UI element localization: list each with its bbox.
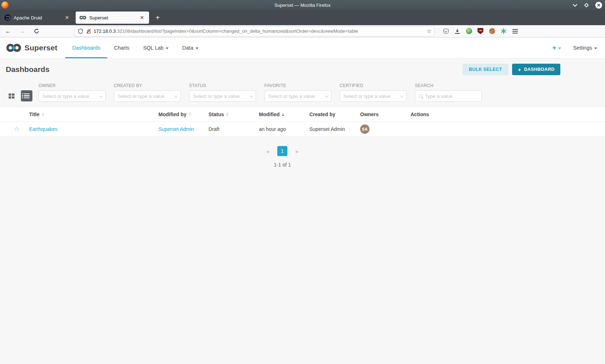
dashboard-title-link[interactable]: Earthquakes (29, 126, 158, 132)
list-view-icon (24, 94, 30, 99)
sort-icon (189, 113, 191, 116)
column-header-created-by: Created by (309, 112, 360, 117)
asterisk-extension-icon (501, 28, 507, 34)
superset-brand[interactable]: Superset (6, 37, 57, 58)
minimize-icon (573, 2, 577, 7)
reload-button[interactable] (30, 28, 43, 35)
filter-label: OWNER (39, 83, 106, 88)
chevron-down-icon (250, 94, 253, 97)
header-label: Created by (309, 112, 335, 117)
insecure-lock-icon[interactable] (86, 28, 91, 34)
maximize-icon (584, 3, 589, 8)
menu-button[interactable] (512, 28, 518, 35)
chevron-down-icon (196, 47, 198, 49)
filter-owner: OWNER (39, 83, 106, 102)
column-header-modified-by[interactable]: Modified by (158, 112, 209, 117)
window-close-button[interactable]: ✕ (595, 2, 602, 9)
created-by-select[interactable] (114, 90, 181, 102)
card-view-icon (9, 94, 14, 99)
owner-select[interactable] (39, 90, 106, 102)
filter-created-by: CREATED BY (114, 83, 181, 102)
view-mode-toggles (6, 90, 32, 101)
filter-search: SEARCH (415, 83, 482, 102)
tab-close-icon[interactable]: ✕ (63, 15, 71, 21)
extension-privacy-button[interactable] (466, 28, 472, 35)
filter-label: CREATED BY (114, 83, 181, 88)
status-select[interactable] (189, 90, 256, 102)
page-1-button[interactable]: 1 (277, 146, 287, 156)
download-icon (454, 28, 460, 34)
settings-label: Settings (573, 45, 592, 51)
modified-by-link[interactable]: Superset Admin (158, 126, 209, 132)
owners-cell: SA (360, 124, 411, 134)
owner-avatar[interactable]: SA (360, 124, 369, 134)
chevron-down-icon (166, 47, 169, 49)
search-box[interactable] (415, 90, 482, 102)
ublock-button[interactable]: UD (477, 28, 484, 35)
filter-label: SEARCH (415, 83, 482, 88)
next-page-button[interactable]: » (295, 148, 298, 154)
url-path: :32108/dashboard/list/?pageIndex=0&sortC… (116, 28, 358, 34)
nav-charts[interactable]: Charts (107, 37, 136, 58)
favorite-select[interactable] (264, 90, 331, 102)
superset-navbar: Superset Dashboards Charts SQL Lab Data … (0, 37, 605, 59)
status-select-input[interactable] (193, 94, 250, 99)
downloads-button[interactable] (454, 28, 461, 35)
url-bar[interactable]: 172.18.0.3:32108/dashboard/list/?pageInd… (75, 26, 435, 36)
window-minimize-button[interactable] (571, 2, 577, 8)
url-text[interactable]: 172.18.0.3:32108/dashboard/list/?pageInd… (94, 28, 427, 34)
forward-button[interactable]: → (16, 27, 29, 35)
favorite-select-input[interactable] (268, 94, 325, 99)
tracking-protection-shield-icon[interactable] (78, 28, 83, 34)
list-view-button[interactable] (21, 90, 32, 101)
page-header: Dashboards BULK SELECT + DASHBOARD (0, 59, 605, 79)
page-title: Dashboards (6, 65, 49, 74)
card-view-button[interactable] (6, 90, 17, 101)
header-label: Status (209, 112, 224, 117)
new-tab-button[interactable]: + (152, 13, 163, 23)
header-label: Actions (411, 112, 429, 117)
pagination-area: « 1 » 1-1 of 1 (0, 146, 565, 168)
tab-superset[interactable]: Superset ✕ (76, 12, 149, 24)
nav-data[interactable]: Data (175, 37, 205, 58)
plus-icon: + (552, 44, 556, 52)
certified-select[interactable] (340, 90, 407, 102)
filter-label: STATUS (189, 83, 256, 88)
column-header-actions: Actions (411, 112, 599, 117)
new-item-menu-button[interactable]: + (552, 44, 561, 52)
new-dashboard-button[interactable]: + DASHBOARD (512, 64, 560, 75)
filter-certified: CERTIFIED (340, 83, 407, 102)
column-header-title[interactable]: Title (29, 112, 158, 117)
extension-asterisk-button[interactable] (500, 28, 507, 35)
cookie-extension-button[interactable] (489, 28, 495, 35)
settings-menu-button[interactable]: Settings (573, 45, 597, 51)
bookmark-star-icon[interactable]: ☆ (427, 28, 431, 35)
plus-icon: + (518, 67, 521, 73)
nav-sql-lab[interactable]: SQL Lab (136, 37, 175, 58)
certified-select-input[interactable] (344, 94, 400, 99)
chevron-down-icon (99, 94, 103, 97)
table-header-row: Title Modified by Status Modified Create… (0, 107, 605, 122)
dashboards-page: Dashboards BULK SELECT + DASHBOARD OWNER (0, 59, 605, 364)
owner-select-input[interactable] (42, 94, 99, 99)
bulk-select-button[interactable]: BULK SELECT (462, 64, 508, 75)
nav-dashboards[interactable]: Dashboards (65, 37, 107, 58)
back-button[interactable]: ← (1, 27, 14, 35)
header-label: Modified by (158, 112, 187, 117)
tab-label: Superset (89, 15, 138, 21)
tab-apache-druid[interactable]: Apache Druid ✕ (1, 12, 74, 24)
pocket-button[interactable] (443, 28, 449, 35)
chevron-down-icon (400, 94, 404, 97)
dashboards-table: Title Modified by Status Modified Create… (0, 107, 605, 137)
favorite-star-icon[interactable]: ☆ (14, 125, 20, 133)
column-header-modified[interactable]: Modified (259, 112, 309, 117)
filter-label: CERTIFIED (340, 83, 407, 88)
window-title: Superset — Mozilla Firefox (0, 3, 605, 8)
previous-page-button[interactable]: « (266, 148, 269, 154)
column-header-status[interactable]: Status (209, 112, 259, 117)
created-by-select-input[interactable] (118, 94, 174, 99)
reload-icon (34, 28, 39, 34)
tab-close-icon[interactable]: ✕ (138, 15, 145, 21)
search-input[interactable] (425, 94, 478, 99)
window-maximize-button[interactable] (583, 2, 590, 8)
